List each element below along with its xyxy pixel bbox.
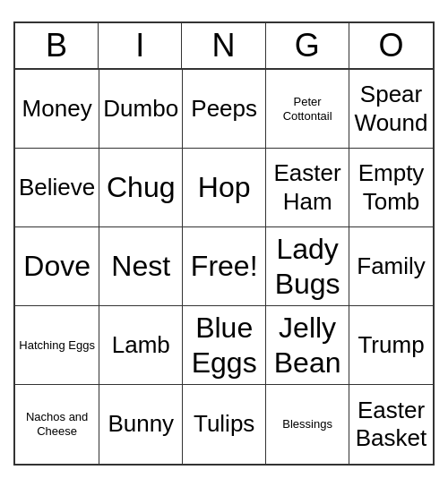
bingo-cell-22[interactable]: Tulips	[183, 385, 266, 464]
cell-text-6: Chug	[107, 170, 176, 204]
bingo-cell-21[interactable]: Bunny	[99, 385, 183, 464]
bingo-cell-2[interactable]: Peeps	[183, 70, 266, 149]
bingo-cell-19[interactable]: Trump	[349, 306, 433, 385]
bingo-cell-0[interactable]: Money	[15, 70, 99, 149]
header-letter-I: I	[99, 23, 182, 68]
bingo-cell-18[interactable]: Jelly Bean	[266, 306, 349, 385]
cell-text-18: Jelly Bean	[270, 311, 345, 380]
bingo-card: BINGO MoneyDumboPeepsPeter CottontailSpe…	[13, 21, 435, 466]
header-letter-N: N	[182, 23, 265, 68]
bingo-cell-7[interactable]: Hop	[183, 149, 266, 227]
cell-text-14: Family	[357, 252, 426, 280]
bingo-cell-10[interactable]: Dove	[15, 227, 99, 306]
cell-text-0: Money	[22, 95, 92, 123]
cell-text-11: Nest	[111, 249, 170, 283]
cell-text-8: Easter Ham	[270, 159, 345, 215]
bingo-cell-9[interactable]: Empty Tomb	[349, 149, 433, 227]
cell-text-5: Believe	[19, 174, 95, 201]
bingo-cell-17[interactable]: Blue Eggs	[183, 306, 266, 385]
cell-text-1: Dumbo	[103, 95, 178, 123]
bingo-cell-20[interactable]: Nachos and Cheese	[15, 385, 99, 464]
cell-text-9: Empty Tomb	[353, 159, 429, 215]
cell-text-7: Hop	[198, 170, 251, 204]
cell-text-19: Trump	[358, 331, 424, 359]
bingo-cell-5[interactable]: Believe	[15, 149, 99, 227]
bingo-cell-1[interactable]: Dumbo	[99, 70, 183, 149]
bingo-cell-3[interactable]: Peter Cottontail	[266, 70, 349, 149]
cell-text-10: Dove	[23, 249, 90, 283]
bingo-cell-15[interactable]: Hatching Eggs	[15, 306, 99, 385]
cell-text-22: Tulips	[194, 410, 254, 438]
bingo-cell-14[interactable]: Family	[349, 227, 433, 306]
cell-text-13: Lady Bugs	[270, 232, 345, 301]
bingo-cell-24[interactable]: Easter Basket	[349, 385, 433, 464]
header-letter-O: O	[349, 23, 433, 68]
header-letter-G: G	[266, 23, 349, 68]
cell-text-3: Peter Cottontail	[270, 95, 345, 123]
bingo-cell-6[interactable]: Chug	[99, 149, 183, 227]
bingo-grid: MoneyDumboPeepsPeter CottontailSpear Wou…	[15, 70, 433, 464]
bingo-cell-11[interactable]: Nest	[99, 227, 183, 306]
cell-text-12: Free!	[191, 249, 258, 283]
cell-text-24: Easter Basket	[353, 397, 429, 452]
cell-text-17: Blue Eggs	[186, 311, 262, 380]
cell-text-15: Hatching Eggs	[19, 338, 95, 353]
cell-text-2: Peeps	[191, 95, 257, 123]
cell-text-16: Lamb	[112, 331, 170, 359]
cell-text-23: Blessings	[282, 417, 332, 431]
bingo-cell-4[interactable]: Spear Wound	[349, 70, 433, 149]
bingo-cell-13[interactable]: Lady Bugs	[266, 227, 349, 306]
cell-text-20: Nachos and Cheese	[19, 410, 95, 438]
bingo-cell-8[interactable]: Easter Ham	[266, 149, 349, 227]
bingo-header: BINGO	[15, 23, 433, 70]
cell-text-21: Bunny	[108, 410, 174, 438]
bingo-cell-12[interactable]: Free!	[183, 227, 266, 306]
bingo-cell-23[interactable]: Blessings	[266, 385, 349, 464]
cell-text-4: Spear Wound	[353, 81, 429, 136]
header-letter-B: B	[15, 23, 99, 68]
bingo-cell-16[interactable]: Lamb	[99, 306, 183, 385]
